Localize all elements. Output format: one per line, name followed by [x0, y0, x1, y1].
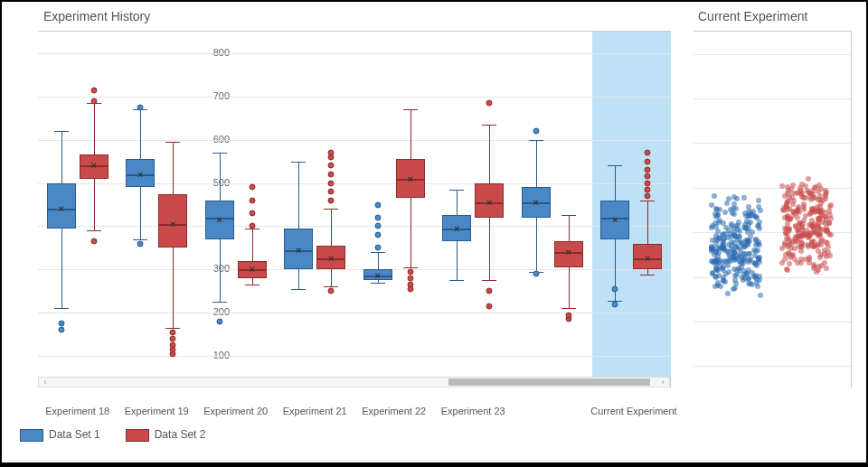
box-red: ×: [396, 32, 425, 378]
history-scrollbar[interactable]: ‹ ›: [38, 377, 670, 388]
x-category: Experiment 18: [37, 406, 118, 416]
legend: Data Set 1 Data Set 2: [20, 428, 205, 442]
outlier: [407, 275, 413, 281]
history-title: Experiment History: [43, 9, 150, 23]
legend-label-2: Data Set 2: [155, 428, 206, 441]
x-category: Experiment 21: [274, 406, 355, 416]
box-blue: ×: [126, 32, 155, 378]
outlier: [645, 150, 651, 156]
box-red: ×: [238, 32, 267, 378]
current-plot: [693, 31, 852, 388]
current-title: Current Experiment: [698, 9, 807, 23]
outlier: [58, 321, 64, 327]
outlier: [612, 301, 618, 307]
outlier: [374, 201, 381, 208]
outlier: [565, 312, 571, 318]
outlier: [645, 158, 651, 164]
outlier: [645, 192, 651, 199]
outlier: [645, 180, 651, 186]
outlier: [374, 232, 381, 238]
history-plot-area: ‹ › ××××××××××××××××: [38, 31, 671, 388]
x-category: Experiment 20: [195, 406, 277, 416]
scroll-left-arrow[interactable]: ‹: [39, 378, 52, 387]
history-plot: ‹ › ××××××××××××××××: [38, 31, 671, 388]
outlier: [486, 99, 493, 106]
box-red: ×: [554, 32, 583, 378]
legend-label-1: Data Set 1: [49, 428, 100, 441]
outlier: [533, 271, 539, 277]
outlier: [645, 186, 651, 192]
legend-item-2: Data Set 2: [126, 428, 206, 442]
outlier: [486, 288, 493, 294]
box-red: ×: [158, 32, 187, 378]
outlier: [328, 180, 335, 186]
box-blue: ×: [284, 32, 313, 378]
outlier: [170, 329, 176, 335]
outlier: [328, 288, 335, 294]
outlier: [645, 173, 651, 180]
box-blue: ×: [442, 32, 471, 378]
box-red: ×: [316, 32, 345, 378]
outlier: [374, 245, 381, 251]
box-blue: ×: [205, 32, 234, 378]
outlier: [249, 197, 255, 203]
outlier: [612, 285, 618, 292]
outlier: [407, 282, 413, 288]
box-red: ×: [475, 32, 504, 378]
outlier: [137, 240, 144, 247]
scroll-right-arrow[interactable]: ›: [656, 378, 669, 387]
scrollbar-thumb[interactable]: [448, 378, 650, 386]
outlier: [90, 98, 97, 104]
outlier: [328, 150, 335, 156]
box-blue: ×: [522, 32, 551, 378]
chart-panel: Experiment History Current Experiment 10…: [2, 2, 866, 462]
legend-item-1: Data Set 1: [20, 428, 100, 442]
x-category: Current Experiment: [590, 406, 672, 416]
x-category: Experiment 23: [432, 406, 514, 416]
x-category: Experiment 22: [354, 406, 435, 416]
outlier: [216, 318, 222, 324]
outlier: [90, 87, 97, 93]
box-blue: ×: [600, 32, 629, 378]
outlier: [170, 335, 176, 341]
outlier: [374, 223, 381, 229]
outlier: [486, 304, 493, 310]
x-category: Experiment 19: [116, 406, 197, 416]
outlier: [533, 128, 539, 135]
outlier: [137, 104, 144, 110]
outlier: [170, 342, 176, 349]
outlier: [407, 268, 413, 275]
outlier: [374, 214, 381, 220]
outlier: [328, 171, 335, 177]
legend-swatch-blue: [20, 429, 43, 442]
outlier: [90, 238, 97, 245]
outlier: [328, 163, 335, 169]
outlier: [249, 184, 255, 191]
outlier: [249, 210, 255, 217]
legend-swatch-red: [126, 429, 149, 442]
current-plot-area: [693, 31, 852, 388]
box-red: ×: [633, 32, 662, 378]
outlier: [328, 197, 335, 203]
outlier: [645, 167, 651, 173]
outlier: [58, 327, 64, 333]
outlier: [249, 223, 255, 229]
outlier: [328, 189, 335, 195]
box-red: ×: [80, 32, 108, 378]
